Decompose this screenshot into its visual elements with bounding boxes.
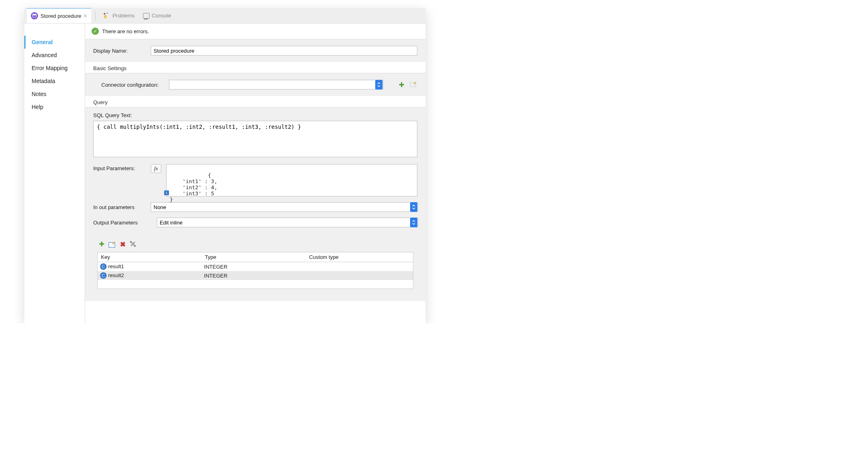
tab-label: Console — [152, 13, 171, 19]
close-icon[interactable]: × — [83, 13, 87, 19]
output-params-table-block: ✖ Key Type Custom type — [93, 233, 417, 293]
input-params-label: Input Parameters: — [93, 164, 146, 171]
sidebar-item-help[interactable]: Help — [24, 100, 85, 113]
tab-console[interactable]: Console — [139, 8, 175, 24]
table-header-custom: Custom type — [306, 252, 413, 262]
table-add-button[interactable] — [99, 240, 105, 249]
tab-problems[interactable]: Problems — [100, 8, 139, 24]
tab-label: Problems — [113, 13, 135, 19]
in-out-params-select[interactable] — [151, 202, 418, 212]
tab-separator — [95, 11, 96, 21]
sidebar-item-error-mapping[interactable]: Error Mapping — [24, 62, 85, 75]
display-name-label: Display Name: — [93, 48, 146, 54]
key-icon: C — [100, 272, 107, 279]
basic-settings-section: Connector configuration: — [85, 73, 425, 96]
in-out-params-label: In out parameters — [93, 204, 146, 210]
table-toolbar: ✖ — [97, 237, 413, 252]
table-delete-button[interactable]: ✖ — [120, 240, 126, 249]
status-message: There are no errors. — [102, 28, 149, 34]
chevron-updown-icon[interactable] — [410, 202, 417, 212]
tab-label: Stored procedure — [41, 13, 81, 19]
table-row[interactable]: Cresult2 INTEGER — [98, 271, 413, 280]
fx-button[interactable]: fx — [151, 164, 161, 173]
display-name-input[interactable] — [151, 46, 417, 56]
app-window: Stored procedure × Problems Console Gene… — [24, 8, 425, 323]
svg-point-0 — [32, 14, 36, 15]
database-icon — [31, 12, 38, 19]
output-params-label: Output Parameters — [93, 220, 152, 226]
sidebar-item-notes[interactable]: Notes — [24, 88, 85, 100]
sidebar-item-metadata[interactable]: Metadata — [24, 75, 85, 88]
svg-point-1 — [130, 241, 132, 243]
table-row[interactable]: Cresult1 INTEGER — [98, 262, 413, 271]
table-header-key: Key — [98, 252, 202, 262]
body: General Advanced Error Mapping Metadata … — [24, 24, 425, 323]
output-params-select[interactable] — [157, 218, 418, 227]
status-bar: ✓ There are no errors. — [85, 24, 425, 39]
sql-query-textarea[interactable]: { call multiplyInts(:int1, :int2, :resul… — [93, 121, 417, 157]
sidebar-item-advanced[interactable]: Advanced — [24, 49, 85, 62]
sidebar-item-general[interactable]: General — [24, 36, 85, 49]
main-panel: ✓ There are no errors. Display Name: Bas… — [85, 24, 425, 323]
sidebar: General Advanced Error Mapping Metadata … — [24, 24, 85, 323]
sql-query-label: SQL Query Text: — [93, 112, 417, 118]
connector-config-select[interactable] — [169, 80, 383, 90]
table-edit-button[interactable] — [109, 241, 116, 248]
chevron-updown-icon[interactable] — [375, 80, 383, 90]
display-name-section: Display Name: — [85, 39, 425, 62]
chevron-updown-icon[interactable] — [410, 218, 417, 227]
add-configuration-button[interactable] — [398, 81, 405, 88]
problems-icon — [104, 13, 110, 19]
query-section: SQL Query Text: { call multiplyInts(:int… — [85, 107, 425, 301]
check-icon: ✓ — [92, 28, 99, 35]
table-tools-button[interactable] — [130, 241, 136, 249]
connector-config-label: Connector configuration: — [101, 82, 164, 88]
table-header-type: Type — [202, 252, 306, 262]
query-title: Query — [85, 96, 425, 107]
edit-configuration-button[interactable] — [410, 81, 417, 88]
key-icon: C — [100, 263, 107, 270]
basic-settings-title: Basic Settings — [85, 62, 425, 73]
output-params-table: Key Type Custom type Cresult1 INTEGER — [97, 252, 413, 289]
svg-point-2 — [134, 245, 136, 247]
tab-stored-procedure[interactable]: Stored procedure × — [27, 8, 91, 23]
tab-bar: Stored procedure × Problems Console — [24, 8, 425, 24]
table-row-empty — [98, 280, 413, 289]
console-icon — [143, 13, 150, 19]
input-params-textarea[interactable]: { 'int1' : 3, 'int2' : 4, 'int3' : 5 } i — [166, 164, 417, 197]
info-icon: i — [164, 190, 169, 195]
